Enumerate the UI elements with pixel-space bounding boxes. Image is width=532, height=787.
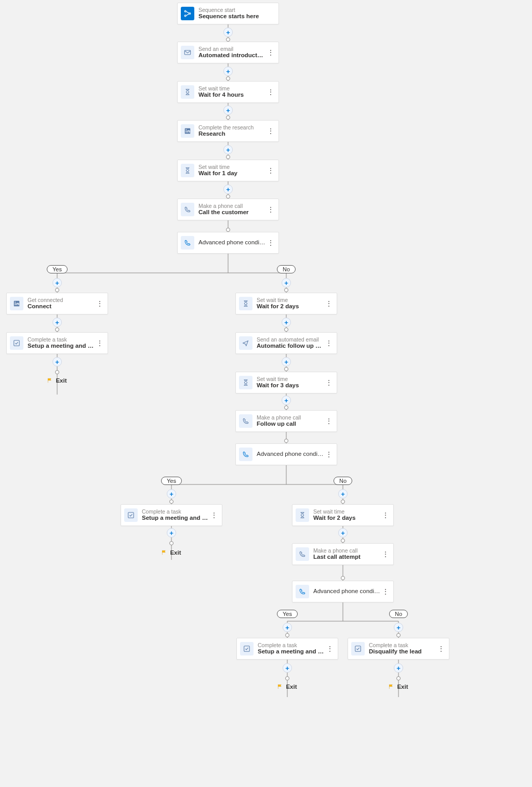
add-step-button[interactable]: +: [338, 528, 348, 537]
add-step-button[interactable]: +: [223, 67, 233, 76]
node-more-icon[interactable]: ⋮: [324, 451, 334, 458]
add-step-button[interactable]: +: [52, 318, 62, 327]
node-more-icon[interactable]: ⋮: [325, 645, 335, 652]
node-more-icon[interactable]: ⋮: [266, 88, 275, 96]
connector-endpoint: [55, 370, 59, 374]
node-wait[interactable]: Set wait time Wait for 4 hours ⋮: [177, 81, 279, 103]
node-complete-task[interactable]: Complete a task Setup a meeting and move…: [6, 332, 108, 354]
node-send-email[interactable]: Send an email Automated introductory ema…: [177, 42, 279, 63]
node-condition[interactable]: Advanced phone condition ⋮: [177, 232, 279, 254]
node-condition[interactable]: Advanced phone condition ⋮: [292, 581, 394, 602]
node-subtitle: Set wait time: [313, 508, 381, 515]
node-more-icon[interactable]: ⋮: [95, 339, 104, 347]
node-subtitle: Set wait time: [257, 297, 324, 304]
add-step-button[interactable]: +: [52, 278, 62, 287]
node-wait[interactable]: Set wait time Wait for 1 day ⋮: [177, 160, 279, 181]
add-step-button[interactable]: +: [394, 663, 403, 673]
phone-icon: [239, 414, 252, 428]
add-step-button[interactable]: +: [338, 489, 348, 499]
node-more-icon[interactable]: ⋮: [266, 167, 275, 174]
node-more-icon[interactable]: ⋮: [266, 239, 275, 246]
task-check-icon: [351, 642, 365, 655]
node-more-icon[interactable]: ⋮: [266, 206, 275, 213]
node-automated-email[interactable]: Send an automated email Automatic follow…: [235, 332, 337, 354]
node-phone-call[interactable]: Make a phone call Last call attempt ⋮: [292, 543, 394, 565]
node-more-icon[interactable]: ⋮: [381, 588, 390, 595]
node-phone-call[interactable]: Make a phone call Call the customer ⋮: [177, 199, 279, 220]
add-step-button[interactable]: +: [282, 278, 291, 287]
node-more-icon[interactable]: ⋮: [266, 127, 275, 135]
node-wait[interactable]: Set wait time Wait for 2 days ⋮: [235, 293, 337, 314]
node-more-icon[interactable]: ⋮: [324, 339, 334, 347]
node-sequence-start[interactable]: Sequence start Sequence starts here: [177, 3, 279, 24]
node-subtitle: Complete a task: [28, 336, 95, 343]
flag-icon: [389, 684, 394, 689]
node-subtitle: Set wait time: [257, 376, 324, 383]
flag-icon: [162, 550, 167, 555]
add-step-button[interactable]: +: [282, 396, 291, 405]
svg-point-22: [15, 301, 16, 303]
add-step-button[interactable]: +: [223, 145, 233, 154]
node-subtitle: Make a phone call: [257, 414, 324, 421]
node-more-icon[interactable]: ⋮: [95, 300, 104, 307]
connector-endpoint: [284, 288, 288, 292]
node-condition[interactable]: Advanced phone condition ⋮: [235, 443, 337, 465]
node-complete-task[interactable]: Complete a task Setup a meeting and move…: [236, 638, 338, 660]
add-step-button[interactable]: +: [282, 357, 291, 366]
node-title: Automatic follow up email: [257, 343, 324, 350]
connector-endpoint: [396, 676, 401, 680]
add-step-button[interactable]: +: [167, 528, 176, 537]
add-step-button[interactable]: +: [223, 106, 233, 115]
svg-point-19: [185, 129, 187, 130]
node-more-icon[interactable]: ⋮: [436, 645, 446, 652]
add-step-button[interactable]: +: [394, 623, 403, 632]
node-title: Research: [198, 130, 266, 138]
connector-endpoint: [396, 633, 401, 637]
add-step-button[interactable]: +: [223, 185, 233, 194]
node-title: Advanced phone condition: [313, 588, 381, 595]
exit-marker: Exit: [162, 549, 181, 556]
connector-endpoint: [285, 676, 289, 680]
add-step-button[interactable]: +: [283, 623, 292, 632]
svg-rect-18: [186, 130, 187, 133]
connector-endpoint: [226, 194, 230, 199]
branch-label-yes: Yes: [161, 477, 182, 485]
node-title: Follow up call: [257, 421, 324, 428]
node-complete-task[interactable]: Complete a task Setup a meeting and move…: [121, 504, 222, 526]
phone-condition-icon: [181, 236, 194, 250]
node-title: Advanced phone condition: [257, 451, 324, 458]
add-step-button[interactable]: +: [167, 489, 176, 499]
svg-point-15: [189, 13, 191, 15]
node-linkedin-connect[interactable]: Get connected Connect ⋮: [6, 293, 108, 314]
node-research[interactable]: Complete the research Research ⋮: [177, 120, 279, 142]
node-title: Call the customer: [198, 209, 266, 216]
connector-endpoint: [226, 155, 230, 159]
add-step-button[interactable]: +: [282, 318, 291, 327]
node-title: Automated introductory email: [198, 52, 266, 59]
node-title: Wait for 2 days: [313, 515, 381, 522]
node-title: Disqualify the lead: [369, 648, 436, 655]
node-more-icon[interactable]: ⋮: [209, 511, 219, 519]
task-check-icon: [240, 642, 254, 655]
node-wait[interactable]: Set wait time Wait for 3 days ⋮: [235, 372, 337, 394]
node-phone-call[interactable]: Make a phone call Follow up call ⋮: [235, 410, 337, 432]
add-step-button[interactable]: +: [223, 28, 233, 37]
node-title: Last call attempt: [313, 554, 381, 561]
add-step-button[interactable]: +: [283, 663, 292, 673]
node-more-icon[interactable]: ⋮: [266, 49, 275, 56]
svg-rect-24: [128, 513, 134, 518]
node-title: Sequence starts here: [198, 13, 275, 20]
connector-endpoint: [55, 327, 59, 332]
branch-label-no: No: [389, 610, 408, 618]
node-complete-task[interactable]: Complete a task Disqualify the lead ⋮: [348, 638, 449, 660]
node-wait[interactable]: Set wait time Wait for 2 days ⋮: [292, 504, 394, 526]
node-subtitle: Make a phone call: [198, 203, 266, 209]
node-more-icon[interactable]: ⋮: [324, 379, 334, 386]
node-subtitle: Set wait time: [198, 164, 266, 170]
node-more-icon[interactable]: ⋮: [381, 550, 390, 558]
exit-marker: Exit: [277, 684, 297, 690]
add-step-button[interactable]: +: [52, 357, 62, 366]
node-more-icon[interactable]: ⋮: [381, 511, 390, 519]
node-more-icon[interactable]: ⋮: [324, 417, 334, 425]
node-more-icon[interactable]: ⋮: [324, 300, 334, 307]
